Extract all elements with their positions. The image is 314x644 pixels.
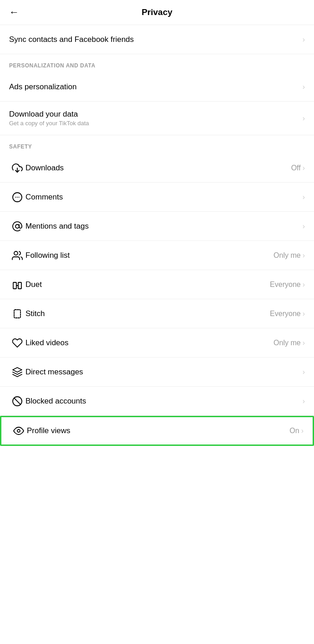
heart-icon [9,337,25,348]
svg-point-5 [15,225,19,228]
menu-item-sync-contacts[interactable]: Sync contacts and Facebook friends › [0,25,314,54]
chevron-icon: › [303,281,305,289]
menu-item-right: › [303,114,305,123]
comments-icon [9,192,25,203]
svg-point-4 [19,197,20,198]
svg-rect-7 [13,282,16,289]
duet-icon [9,279,25,290]
download-icon [9,163,25,174]
menu-item-right: › [303,193,305,201]
menu-item-value: On [289,427,299,435]
menu-item-liked-videos[interactable]: Liked videos Only me › [0,328,314,358]
chevron-icon: › [303,36,305,44]
svg-point-2 [15,197,16,198]
menu-item-label: Comments [25,193,303,202]
svg-rect-9 [14,310,20,318]
section-label-safety: SAFETY [0,135,314,153]
blocked-icon [9,396,25,407]
menu-item-label: Stitch [25,309,270,318]
menu-item-duet[interactable]: Duet Everyone › [0,270,314,299]
menu-item-right: Everyone › [270,310,305,318]
menu-item-right: › [303,368,305,376]
page-title: Privacy [142,7,172,17]
header: ← Privacy [0,0,314,25]
menu-item-ads-personalization[interactable]: Ads personalization › [0,72,314,102]
menu-item-label: Profile views [27,426,289,435]
menu-item-value: Everyone [270,281,301,289]
chevron-icon: › [303,339,305,347]
menu-item-right: › [303,36,305,44]
svg-marker-10 [13,368,22,372]
menu-item-value: Only me [273,339,301,347]
chevron-icon: › [303,83,305,91]
menu-item-right: Only me › [273,339,305,347]
menu-item-right: Off › [291,164,305,172]
menu-item-following-list[interactable]: Following list Only me › [0,241,314,270]
menu-item-label: Liked videos [25,338,273,348]
messages-icon [9,367,25,378]
menu-item-stitch[interactable]: Stitch Everyone › [0,299,314,328]
mention-icon [9,221,25,232]
back-button[interactable]: ← [9,6,19,18]
menu-item-label: Direct messages [25,368,303,377]
chevron-icon: › [303,397,305,405]
menu-item-label: Duet [25,280,270,289]
menu-item-download-data[interactable]: Download your data Get a copy of your Ti… [0,102,314,135]
chevron-icon: › [303,310,305,318]
menu-item-blocked-accounts[interactable]: Blocked accounts › [0,387,314,416]
svg-point-3 [17,197,18,198]
eye-icon [10,425,27,436]
chevron-icon: › [301,427,304,435]
menu-item-label: Download your data [9,110,303,119]
menu-item-right: On › [289,427,304,435]
menu-item-content: Download your data Get a copy of your Ti… [9,110,303,127]
menu-item-right: › [303,222,305,230]
menu-item-downloads[interactable]: Downloads Off › [0,153,314,183]
menu-item-direct-messages[interactable]: Direct messages › [0,358,314,387]
svg-line-12 [14,398,20,404]
section-label-personalization: PERSONALIZATION AND DATA [0,54,314,72]
menu-item-right: Only me › [273,251,305,260]
menu-item-label: Downloads [25,164,291,173]
chevron-icon: › [303,164,305,172]
menu-item-label: Ads personalization [9,82,303,92]
menu-item-profile-views[interactable]: Profile views On › [0,416,314,446]
menu-item-comments[interactable]: Comments › [0,183,314,212]
chevron-icon: › [303,193,305,201]
menu-item-value: Everyone [270,310,301,318]
svg-point-6 [14,251,18,255]
stitch-icon [9,308,25,319]
menu-item-right: Everyone › [270,281,305,289]
menu-item-sublabel: Get a copy of your TikTok data [9,120,303,127]
chevron-icon: › [303,114,305,123]
menu-item-label: Blocked accounts [25,397,303,406]
svg-rect-8 [18,282,21,289]
menu-item-label: Following list [25,251,273,260]
svg-point-13 [17,429,20,432]
menu-item-mentions-tags[interactable]: Mentions and tags › [0,212,314,241]
menu-item-label: Mentions and tags [25,222,303,231]
menu-item-value: Off [291,164,301,172]
menu-item-value: Only me [273,251,301,260]
menu-item-right: › [303,83,305,91]
following-icon [9,250,25,261]
chevron-icon: › [303,222,305,230]
chevron-icon: › [303,368,305,376]
menu-item-label: Sync contacts and Facebook friends [9,35,303,44]
chevron-icon: › [303,251,305,260]
menu-item-right: › [303,397,305,405]
